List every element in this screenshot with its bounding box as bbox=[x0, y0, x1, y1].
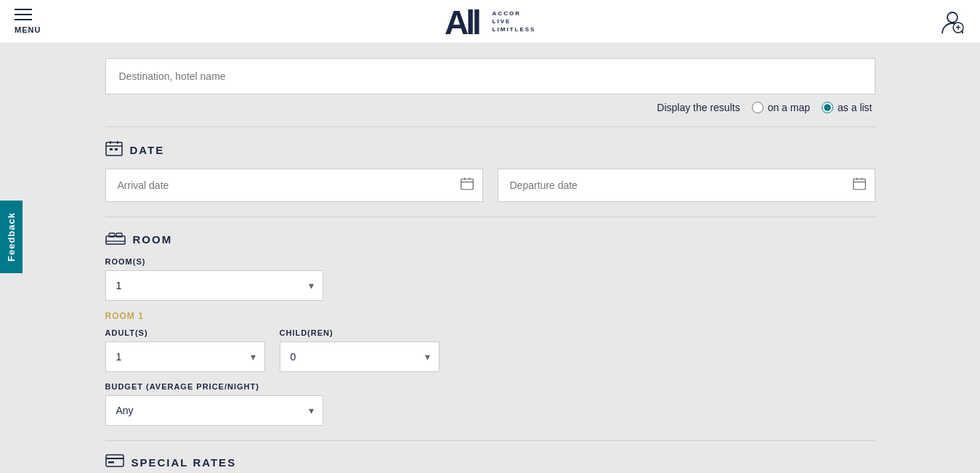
svg-point-1 bbox=[947, 12, 957, 23]
search-bar-wrapper bbox=[105, 58, 875, 94]
room-section-header: ROOM bbox=[105, 217, 875, 257]
svg-text:+: + bbox=[956, 23, 961, 33]
display-results-row: Display the results on a map as a list bbox=[105, 102, 875, 113]
main-content: Display the results on a map as a list bbox=[91, 44, 890, 473]
svg-text:All: All bbox=[445, 5, 479, 39]
svg-rect-8 bbox=[110, 148, 113, 150]
special-rates-section-title: SPECIAL RATES bbox=[131, 456, 237, 469]
svg-rect-18 bbox=[106, 236, 125, 244]
special-rates-icon bbox=[105, 454, 124, 471]
map-radio-option[interactable]: on a map bbox=[752, 102, 810, 113]
user-profile-button[interactable]: + bbox=[939, 9, 965, 35]
arrival-date-field bbox=[105, 169, 483, 202]
logo-svg: All bbox=[445, 5, 488, 39]
menu-button[interactable]: MENU bbox=[15, 9, 41, 34]
children-label: CHILD(REN) bbox=[280, 328, 440, 337]
date-section-body bbox=[105, 169, 875, 217]
room-section-title: ROOM bbox=[133, 233, 173, 246]
rooms-select-wrap: ROOM(S) 1 2 3 4 bbox=[105, 257, 323, 301]
svg-rect-24 bbox=[108, 461, 114, 464]
room-section-icon bbox=[105, 230, 126, 248]
list-radio-option[interactable]: as a list bbox=[822, 102, 872, 113]
rooms-select[interactable]: 1 2 3 4 bbox=[106, 271, 323, 300]
list-option-label: as a list bbox=[838, 102, 872, 113]
children-field: CHILD(REN) 0 1 2 3 bbox=[280, 328, 440, 372]
adults-field: ADULT(S) 1 2 3 4 bbox=[105, 328, 265, 372]
svg-rect-9 bbox=[115, 148, 118, 150]
svg-rect-22 bbox=[106, 455, 123, 466]
room-section-body: ROOM(S) 1 2 3 4 ROOM 1 ADULT(S) 1 bbox=[105, 257, 875, 440]
menu-label: MENU bbox=[15, 25, 41, 34]
adults-label: ADULT(S) bbox=[105, 328, 265, 337]
logo-tagline: ACCOR LIVE LIMITLESS bbox=[493, 9, 536, 34]
display-results-label: Display the results bbox=[657, 102, 740, 113]
room-number-label: ROOM 1 bbox=[105, 311, 875, 321]
special-rates-section: SPECIAL RATES LOYALTY OR MEMBERSHIP CARD… bbox=[105, 440, 875, 473]
date-section: DATE bbox=[105, 126, 875, 217]
budget-field: BUDGET (AVERAGE PRICE/NIGHT) Any Under 1… bbox=[105, 382, 323, 426]
destination-search-input[interactable] bbox=[106, 59, 875, 94]
departure-date-field bbox=[498, 169, 875, 202]
budget-select[interactable]: Any Under 100 100 - 200 200+ bbox=[106, 396, 323, 425]
adults-select-wrapper: 1 2 3 4 bbox=[105, 341, 265, 372]
adults-children-row: ADULT(S) 1 2 3 4 CHILD(REN) 0 bbox=[105, 328, 440, 372]
list-radio-input[interactable] bbox=[822, 102, 833, 113]
date-row bbox=[105, 169, 875, 202]
rooms-label: ROOM(S) bbox=[105, 257, 323, 266]
arrival-date-input[interactable] bbox=[106, 169, 482, 201]
departure-date-input[interactable] bbox=[498, 169, 875, 201]
room-section: ROOM ROOM(S) 1 2 3 4 ROOM 1 ADULT(S) bbox=[105, 217, 875, 440]
rooms-select-wrapper: 1 2 3 4 bbox=[105, 270, 323, 301]
children-select[interactable]: 0 1 2 3 bbox=[280, 342, 439, 371]
calendar-section-icon bbox=[105, 140, 123, 160]
budget-select-wrapper: Any Under 100 100 - 200 200+ bbox=[105, 395, 323, 426]
feedback-tab[interactable]: Feedback bbox=[0, 201, 23, 273]
adults-select[interactable]: 1 2 3 4 bbox=[106, 342, 264, 371]
map-radio-input[interactable] bbox=[752, 102, 764, 113]
svg-rect-4 bbox=[106, 142, 122, 155]
special-rates-section-header: SPECIAL RATES bbox=[105, 440, 875, 473]
date-section-title: DATE bbox=[130, 144, 165, 156]
map-option-label: on a map bbox=[768, 102, 810, 113]
children-select-wrapper: 0 1 2 3 bbox=[280, 341, 440, 372]
header: MENU All ACCOR LIVE LIMITLESS + bbox=[0, 0, 980, 44]
date-section-header: DATE bbox=[105, 126, 875, 169]
budget-label: BUDGET (AVERAGE PRICE/NIGHT) bbox=[105, 382, 323, 391]
logo: All ACCOR LIVE LIMITLESS bbox=[445, 5, 536, 39]
